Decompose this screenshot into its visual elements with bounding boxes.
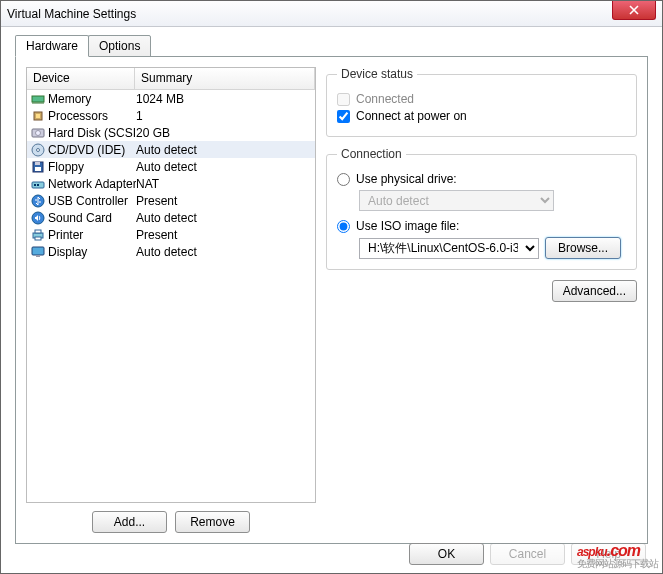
svg-rect-12 bbox=[37, 184, 39, 186]
close-icon bbox=[629, 5, 639, 15]
table-row[interactable]: FloppyAuto detect bbox=[27, 158, 315, 175]
connection-legend: Connection bbox=[337, 147, 406, 161]
svg-rect-2 bbox=[36, 114, 40, 118]
device-summary: Auto detect bbox=[136, 245, 312, 259]
svg-rect-9 bbox=[35, 167, 41, 171]
svg-rect-17 bbox=[35, 237, 41, 240]
dialog-footer: OK Cancel Help bbox=[409, 543, 646, 565]
device-summary: Present bbox=[136, 228, 312, 242]
device-status-legend: Device status bbox=[337, 67, 417, 81]
table-row[interactable]: USB ControllerPresent bbox=[27, 192, 315, 209]
device-name: Floppy bbox=[48, 160, 136, 174]
remove-button[interactable]: Remove bbox=[175, 511, 250, 533]
memory-icon bbox=[30, 92, 46, 106]
advanced-row: Advanced... bbox=[326, 280, 637, 302]
iso-row: Use ISO image file: bbox=[337, 219, 626, 233]
svg-rect-0 bbox=[32, 96, 44, 102]
device-name: Display bbox=[48, 245, 136, 259]
table-row[interactable]: Network AdapterNAT bbox=[27, 175, 315, 192]
device-name: Hard Disk (SCSI) bbox=[48, 126, 136, 140]
col-summary: Summary bbox=[135, 68, 315, 89]
table-row[interactable]: DisplayAuto detect bbox=[27, 243, 315, 260]
device-name: Memory bbox=[48, 92, 136, 106]
svg-rect-8 bbox=[35, 162, 40, 165]
svg-point-4 bbox=[36, 130, 41, 135]
device-summary: 1024 MB bbox=[136, 92, 312, 106]
tab-panel: Device Summary Memory1024 MBProcessors1H… bbox=[15, 56, 648, 544]
table-row[interactable]: Hard Disk (SCSI)20 GB bbox=[27, 124, 315, 141]
device-summary: Auto detect bbox=[136, 143, 312, 157]
cd-icon bbox=[30, 143, 46, 157]
device-name: Network Adapter bbox=[48, 177, 136, 191]
ok-button[interactable]: OK bbox=[409, 543, 484, 565]
svg-rect-16 bbox=[35, 230, 41, 233]
device-rows: Memory1024 MBProcessors1Hard Disk (SCSI)… bbox=[27, 90, 315, 260]
floppy-icon bbox=[30, 160, 46, 174]
physical-drive-sub: Auto detect bbox=[359, 190, 626, 211]
connection-group: Connection Use physical drive: Auto dete… bbox=[326, 147, 637, 270]
iso-radio[interactable] bbox=[337, 220, 350, 233]
device-buttons: Add... Remove bbox=[26, 511, 316, 533]
device-summary: Auto detect bbox=[136, 160, 312, 174]
svg-point-6 bbox=[37, 148, 40, 151]
printer-icon bbox=[30, 228, 46, 242]
iso-sub: H:\软件\Linux\CentOS-6.0-i386 Browse... bbox=[359, 237, 626, 259]
usb-icon bbox=[30, 194, 46, 208]
help-button[interactable]: Help bbox=[571, 543, 646, 565]
table-row[interactable]: Memory1024 MB bbox=[27, 90, 315, 107]
cancel-button[interactable]: Cancel bbox=[490, 543, 565, 565]
physical-drive-radio[interactable] bbox=[337, 173, 350, 186]
table-row[interactable]: CD/DVD (IDE)Auto detect bbox=[27, 141, 315, 158]
physical-drive-label: Use physical drive: bbox=[356, 172, 457, 186]
device-table-header: Device Summary bbox=[27, 68, 315, 90]
device-status-group: Device status Connected Connect at power… bbox=[326, 67, 637, 137]
tab-hardware[interactable]: Hardware bbox=[15, 35, 89, 57]
svg-rect-18 bbox=[32, 247, 44, 255]
device-detail-pane: Device status Connected Connect at power… bbox=[326, 67, 637, 533]
cpu-icon bbox=[30, 109, 46, 123]
net-icon bbox=[30, 177, 46, 191]
svg-rect-19 bbox=[36, 255, 40, 257]
advanced-button[interactable]: Advanced... bbox=[552, 280, 637, 302]
display-icon bbox=[30, 245, 46, 259]
hdd-icon bbox=[30, 126, 46, 140]
table-row[interactable]: PrinterPresent bbox=[27, 226, 315, 243]
physical-drive-row: Use physical drive: bbox=[337, 172, 626, 186]
tab-options[interactable]: Options bbox=[88, 35, 151, 57]
device-table: Device Summary Memory1024 MBProcessors1H… bbox=[26, 67, 316, 503]
device-summary: NAT bbox=[136, 177, 312, 191]
dialog-content: Hardware Options Device Summary Memory10… bbox=[1, 27, 662, 544]
device-summary: 20 GB bbox=[136, 126, 312, 140]
window-title: Virtual Machine Settings bbox=[7, 7, 136, 21]
connected-checkbox bbox=[337, 93, 350, 106]
col-device: Device bbox=[27, 68, 135, 89]
tab-bar: Hardware Options bbox=[15, 35, 648, 57]
device-name: Sound Card bbox=[48, 211, 136, 225]
device-name: USB Controller bbox=[48, 194, 136, 208]
add-button[interactable]: Add... bbox=[92, 511, 167, 533]
hardware-list-pane: Device Summary Memory1024 MBProcessors1H… bbox=[26, 67, 316, 533]
device-name: CD/DVD (IDE) bbox=[48, 143, 136, 157]
connect-power-checkbox[interactable] bbox=[337, 110, 350, 123]
iso-path-combo[interactable]: H:\软件\Linux\CentOS-6.0-i386 bbox=[359, 238, 539, 259]
table-row[interactable]: Processors1 bbox=[27, 107, 315, 124]
close-button[interactable] bbox=[612, 0, 656, 20]
sound-icon bbox=[30, 211, 46, 225]
connect-power-label: Connect at power on bbox=[356, 109, 467, 123]
device-name: Printer bbox=[48, 228, 136, 242]
connected-row: Connected bbox=[337, 92, 626, 106]
device-summary: 1 bbox=[136, 109, 312, 123]
svg-rect-11 bbox=[34, 184, 36, 186]
iso-label: Use ISO image file: bbox=[356, 219, 459, 233]
device-summary: Present bbox=[136, 194, 312, 208]
titlebar: Virtual Machine Settings bbox=[1, 1, 662, 27]
table-row[interactable]: Sound CardAuto detect bbox=[27, 209, 315, 226]
device-summary: Auto detect bbox=[136, 211, 312, 225]
physical-drive-select: Auto detect bbox=[359, 190, 554, 211]
browse-button[interactable]: Browse... bbox=[545, 237, 621, 259]
connect-power-row: Connect at power on bbox=[337, 109, 626, 123]
device-name: Processors bbox=[48, 109, 136, 123]
connected-label: Connected bbox=[356, 92, 414, 106]
